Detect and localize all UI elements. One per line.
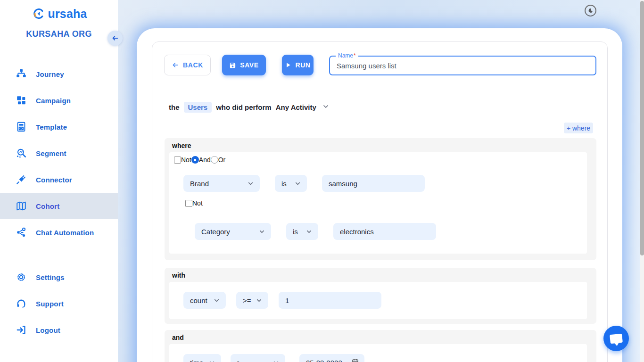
- not-checkbox[interactable]: [174, 156, 181, 164]
- count-value-input[interactable]: [279, 292, 381, 309]
- app-root: ursaha KURSAHA ORG Journey Campaign Temp…: [0, 0, 644, 362]
- and-section-title: and: [172, 334, 184, 341]
- sidebar: ursaha KURSAHA ORG Journey Campaign Temp…: [0, 0, 118, 362]
- calendar-icon: [352, 358, 359, 362]
- sidebar-item-label: Campaign: [36, 97, 71, 105]
- time-field-dropdown-value: time: [190, 359, 203, 362]
- sidebar-item-support[interactable]: Support: [0, 290, 118, 317]
- sidebar-item-label: Segment: [36, 149, 66, 157]
- sidebar-item-connector[interactable]: Connector: [0, 166, 118, 193]
- headset-icon: [16, 298, 26, 309]
- operator-dropdown-value: is: [293, 228, 298, 236]
- activity-label: Any Activity: [276, 103, 316, 111]
- moon-icon: [587, 8, 594, 14]
- chat-automation-icon: [16, 227, 26, 238]
- date-picker[interactable]: 05-08-2023: [299, 354, 364, 362]
- scrollbar-thumb[interactable]: [640, 1, 644, 255]
- kursaha-logo-icon: [31, 6, 47, 22]
- aggregate-dropdown[interactable]: count: [183, 292, 226, 309]
- and-radio-label: And: [199, 156, 211, 164]
- campaign-icon: [16, 95, 26, 106]
- sidebar-item-template[interactable]: Template: [0, 114, 118, 140]
- connector-icon: [16, 174, 26, 185]
- sidebar-item-cohort[interactable]: Cohort: [0, 193, 118, 219]
- sidebar-item-campaign[interactable]: Campaign: [0, 87, 118, 114]
- run-button[interactable]: RUN: [282, 55, 314, 75]
- main-area: BACK SAVE RUN Name* the Users: [118, 0, 644, 362]
- name-field-label: Name*: [336, 52, 358, 59]
- sidebar-item-label: Chat Automation: [36, 229, 94, 237]
- where-section-title: where: [172, 142, 191, 149]
- gear-icon: [16, 272, 26, 282]
- segment-icon: [16, 148, 26, 158]
- value-input[interactable]: [322, 175, 425, 192]
- chevron-down-icon: [258, 228, 265, 235]
- where-conditions-card: Not And Or Brand is: [169, 152, 587, 254]
- brand-logo[interactable]: ursaha: [0, 6, 118, 22]
- sidebar-item-settings[interactable]: Settings: [0, 264, 118, 290]
- time-field-dropdown[interactable]: time: [183, 354, 221, 362]
- sidebar-item-label: Journey: [36, 70, 64, 78]
- not-checkbox-label: Not: [181, 156, 191, 164]
- field-dropdown[interactable]: Brand: [183, 175, 260, 192]
- chevron-down-icon: [208, 359, 215, 362]
- sidebar-item-segment[interactable]: Segment: [0, 140, 118, 166]
- org-name: KURSAHA ORG: [0, 29, 118, 39]
- comparator-dropdown-value: >=: [243, 296, 251, 304]
- cohort-name-field: Name*: [329, 56, 596, 75]
- cohort-icon: [16, 201, 26, 211]
- time-comparator-dropdown-value: >: [237, 359, 241, 362]
- chevron-down-icon: [305, 228, 313, 235]
- nested-not-label: Not: [192, 199, 203, 207]
- sidebar-item-label: Support: [36, 300, 64, 308]
- sidebar-item-label: Cohort: [36, 202, 59, 210]
- play-icon: [285, 62, 291, 68]
- template-icon: [16, 122, 26, 132]
- save-icon: [229, 62, 236, 69]
- sidebar-item-logout[interactable]: Logout: [0, 317, 118, 343]
- page-scrollbar[interactable]: [640, 0, 644, 362]
- sentence-prefix: the: [169, 103, 180, 111]
- save-button[interactable]: SAVE: [222, 55, 266, 75]
- sidebar-collapse-button[interactable]: [107, 31, 123, 46]
- aggregate-dropdown-value: count: [190, 296, 207, 304]
- or-radio-label: Or: [218, 156, 226, 164]
- chevron-down-icon: [213, 297, 220, 304]
- logout-icon: [16, 325, 26, 335]
- operator-dropdown[interactable]: is: [275, 175, 307, 192]
- with-section-title: with: [172, 272, 185, 279]
- save-button-label: SAVE: [240, 61, 259, 69]
- value-input[interactable]: [333, 223, 436, 240]
- date-picker-value: 05-08-2023: [306, 359, 342, 362]
- or-radio[interactable]: [211, 156, 218, 164]
- back-button[interactable]: BACK: [164, 55, 211, 75]
- field-dropdown-value: Brand: [190, 180, 209, 188]
- and-radio[interactable]: [191, 156, 199, 164]
- activity-selector[interactable]: Any Activity: [276, 103, 330, 112]
- field-dropdown[interactable]: Category: [195, 223, 271, 240]
- comparator-dropdown[interactable]: >=: [236, 292, 268, 309]
- chat-widget-button[interactable]: [603, 326, 629, 351]
- time-comparator-dropdown[interactable]: >: [231, 354, 285, 362]
- chevron-down-icon: [247, 180, 254, 187]
- arrow-left-icon: [172, 61, 179, 69]
- chevron-down-icon: [272, 359, 280, 362]
- chevron-down-icon: [322, 103, 330, 112]
- sidebar-item-journey[interactable]: Journey: [0, 61, 118, 87]
- sidebar-item-label: Template: [36, 123, 67, 131]
- cohort-name-input[interactable]: [330, 62, 595, 70]
- sidebar-item-label: Connector: [36, 176, 72, 184]
- nested-not-checkbox[interactable]: [185, 200, 192, 207]
- run-button-label: RUN: [295, 61, 310, 69]
- logic-operator-row: Not And Or: [174, 156, 225, 164]
- subject-selector[interactable]: Users: [184, 102, 212, 113]
- field-dropdown-value: Category: [201, 228, 230, 236]
- operator-dropdown[interactable]: is: [286, 223, 318, 240]
- sidebar-item-chat-automation[interactable]: Chat Automation: [0, 219, 118, 246]
- add-where-button[interactable]: + where: [564, 123, 593, 133]
- content-card: BACK SAVE RUN Name* the Users: [137, 28, 622, 362]
- query-sentence: the Users who did perform Any Activity: [169, 100, 330, 114]
- with-section: with count >=: [165, 268, 596, 324]
- sidebar-item-label: Settings: [36, 273, 65, 281]
- theme-toggle-button[interactable]: [585, 5, 596, 16]
